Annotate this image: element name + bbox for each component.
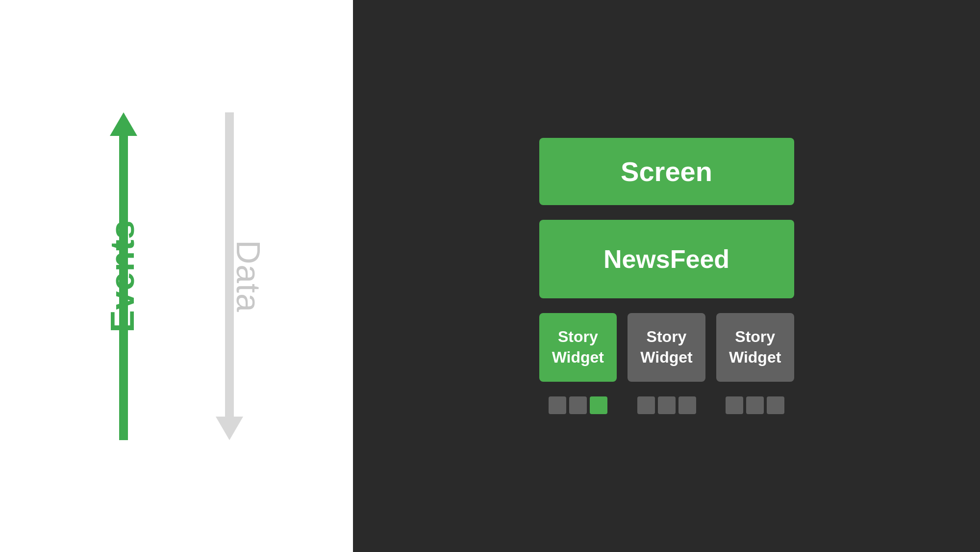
newsfeed-block: NewsFeed [539, 220, 794, 298]
events-arrowhead [110, 112, 137, 136]
data-label: Data [229, 240, 268, 313]
right-panel: Screen NewsFeed StoryWidget StoryWidget … [353, 0, 980, 552]
indicator-dot [637, 396, 655, 414]
indicator-group-1 [539, 396, 617, 414]
story-indicators-row [539, 396, 794, 414]
indicator-dot [549, 396, 566, 414]
story-widget-2: StoryWidget [628, 313, 705, 381]
indicator-group-2 [628, 396, 705, 414]
left-panel: Events Data [0, 0, 353, 552]
story-widget-1: StoryWidget [539, 313, 617, 381]
story-widget-3: StoryWidget [716, 313, 794, 381]
indicator-group-3 [716, 396, 794, 414]
events-arrow-container: Events [110, 112, 137, 440]
story-widgets-row: StoryWidget StoryWidget StoryWidget [539, 313, 794, 381]
indicator-dot [746, 396, 764, 414]
arrows-container: Events Data [110, 0, 243, 552]
screen-block: Screen [539, 138, 794, 205]
events-label: Events [103, 220, 141, 332]
indicator-dot [658, 396, 676, 414]
indicator-dot [726, 396, 743, 414]
indicator-dot [678, 396, 696, 414]
data-arrowhead [216, 417, 243, 440]
indicator-dot [767, 396, 784, 414]
indicator-dot-active [590, 396, 607, 414]
indicator-dot [569, 396, 587, 414]
data-arrow-container: Data [216, 112, 243, 440]
